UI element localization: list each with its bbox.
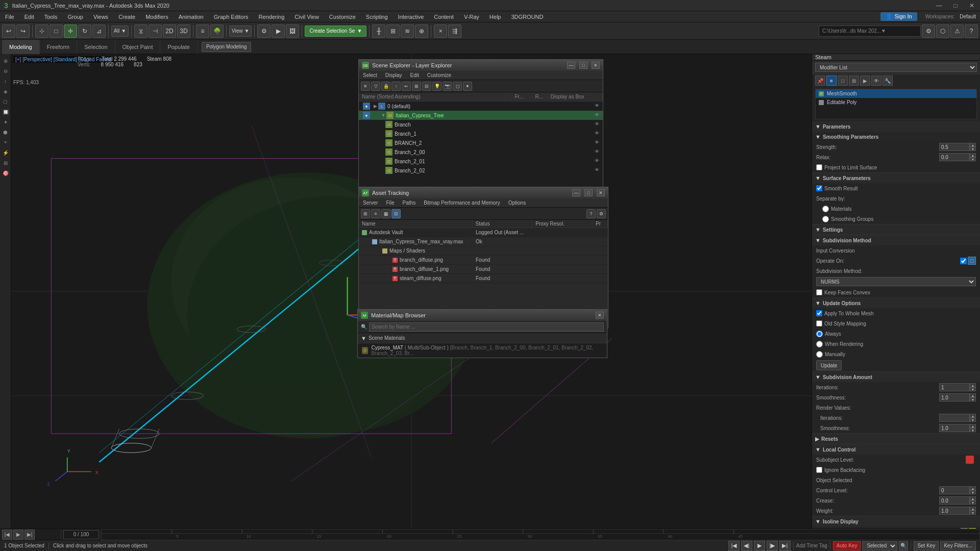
eye-icon-5[interactable]: 👁 xyxy=(595,149,601,155)
rp-smoothing-params-header[interactable]: ▼ Smoothing Parameters xyxy=(812,132,980,142)
menu-rendering[interactable]: Rendering xyxy=(254,11,290,22)
at-menu-bitmap[interactable]: Bitmap Performance and Memory xyxy=(422,200,502,206)
help-btn[interactable]: ? xyxy=(965,24,978,38)
left-icon-10[interactable]: ⚡ xyxy=(1,148,10,157)
render-msg[interactable]: ⚠ xyxy=(950,24,964,38)
menu-views[interactable]: Views xyxy=(88,11,113,22)
rp-smoothness-input[interactable] xyxy=(939,393,970,402)
scale-button[interactable]: ⊿ xyxy=(92,24,106,38)
eye-icon-1[interactable]: 👁 xyxy=(595,112,601,118)
rp-crease-input[interactable] xyxy=(939,496,970,505)
materials-radio[interactable] xyxy=(822,206,829,212)
tree-item-2-branch[interactable]: ▶ O Branch 👁 xyxy=(359,120,603,129)
keep-faces-check[interactable] xyxy=(816,289,822,295)
next-key-btn[interactable]: |▶ xyxy=(767,541,778,551)
frame-counter[interactable]: 0 / 100 xyxy=(63,530,99,539)
se-ungroup-btn[interactable]: ⊟ xyxy=(422,82,431,91)
at-settings[interactable]: ⚙ xyxy=(597,209,606,218)
crease-up[interactable]: ▲ xyxy=(970,496,976,500)
eye-icon-2[interactable]: 👁 xyxy=(595,121,601,128)
modifier-list-dropdown[interactable]: Modifier List xyxy=(815,63,977,72)
at-row-maps[interactable]: Maps / Shaders xyxy=(359,246,608,256)
weight-up[interactable]: ▲ xyxy=(970,507,976,511)
asset-tracking-titlebar[interactable]: AT Asset Tracking — □ ✕ xyxy=(359,187,608,198)
rp-icon-modifier[interactable]: ≡ xyxy=(826,76,837,86)
manually-radio[interactable] xyxy=(816,351,823,358)
update-button[interactable]: Update xyxy=(816,360,842,370)
project-limit-check[interactable] xyxy=(816,164,822,170)
at-close[interactable]: ✕ xyxy=(597,189,605,196)
at-menu-options[interactable]: Options xyxy=(506,200,528,206)
smooth-up[interactable]: ▲ xyxy=(970,393,976,397)
at-menu-paths[interactable]: Paths xyxy=(401,200,418,206)
modifier-editable-poly[interactable]: Editable Poly xyxy=(816,98,976,107)
rp-subdiv-amount-header[interactable]: ▼ Subdivision Amount xyxy=(812,372,980,382)
mat-search-input[interactable] xyxy=(369,322,604,332)
autokey-button[interactable]: Auto Key xyxy=(833,541,861,550)
select-region-button[interactable]: □ xyxy=(50,24,63,38)
at-row-tex1[interactable]: T branch_diffuse.png Found xyxy=(359,256,608,265)
at-btn-4[interactable]: ⊟ xyxy=(391,209,401,218)
smoothing-groups-radio[interactable] xyxy=(822,216,829,222)
left-icon-4[interactable]: ◈ xyxy=(1,87,10,96)
eye-icon-6[interactable]: 👁 xyxy=(595,158,601,164)
rp-relax-input[interactable] xyxy=(939,153,970,161)
se-merge-btn[interactable]: ⇐ xyxy=(402,82,411,91)
scene-explorer-titlebar[interactable]: SE Scene Explorer - Layer Explorer — □ ✕ xyxy=(359,60,603,71)
left-icon-5[interactable]: ⬡ xyxy=(1,97,10,106)
render-smooth-down[interactable]: ▼ xyxy=(970,428,976,432)
scene-explorer-maximize[interactable]: □ xyxy=(579,62,587,69)
rp-icon-motion[interactable]: ▶ xyxy=(860,76,870,86)
eye-icon-4[interactable]: 👁 xyxy=(595,140,601,146)
xview[interactable]: × xyxy=(434,24,447,38)
render-setup[interactable]: ⚙ xyxy=(257,24,271,38)
go-start-btn[interactable]: |◀ xyxy=(728,541,740,551)
at-col-status[interactable]: Status xyxy=(473,220,533,228)
menu-civil-view[interactable]: Civil View xyxy=(289,11,324,22)
rotate-button[interactable]: ↻ xyxy=(78,24,91,38)
snap-2d[interactable]: 2D xyxy=(163,24,176,38)
scene-explorer-btn[interactable]: 🌳 xyxy=(210,24,224,38)
left-icon-8[interactable]: ⬢ xyxy=(1,128,10,137)
tree-expand-0[interactable]: ▶ xyxy=(372,103,378,109)
tree-item-3-branch1[interactable]: ▶ O Branch_1 👁 xyxy=(359,129,603,138)
tree-item-0-default[interactable]: ● ▶ L 0 (default) 👁 xyxy=(359,102,603,111)
at-minimize[interactable]: — xyxy=(572,189,580,196)
se-col-display[interactable]: Display as Box xyxy=(548,94,603,99)
menu-interactive[interactable]: Interactive xyxy=(393,11,429,22)
smooth-down[interactable]: ▼ xyxy=(970,397,976,402)
move-button[interactable]: ✛ xyxy=(64,24,77,38)
menu-content[interactable]: Content xyxy=(429,11,459,22)
create-selection-button[interactable]: Create Selection Se ▼ xyxy=(305,26,366,37)
at-btn-2[interactable]: ≡ xyxy=(371,209,380,218)
se-shape-btn[interactable]: ◻ xyxy=(453,82,462,91)
rp-update-options-header[interactable]: ▼ Update Options xyxy=(812,298,980,308)
at-col-proxy[interactable]: Proxy Resol. xyxy=(532,220,593,228)
menu-modifiers[interactable]: Modifiers xyxy=(140,11,174,22)
menu-tools[interactable]: Tools xyxy=(39,11,63,22)
smooth-result-check[interactable] xyxy=(816,185,822,191)
iter-down[interactable]: ▼ xyxy=(970,387,976,391)
weight-down[interactable]: ▼ xyxy=(970,511,976,515)
nurms-dropdown[interactable]: NURMS xyxy=(816,277,976,286)
play-anim-btn[interactable]: ▶ xyxy=(754,541,765,551)
mat-browser-close[interactable]: ✕ xyxy=(596,312,604,319)
viewport[interactable]: X Y Z [+] [Perspective] [Standard] [Edge… xyxy=(11,54,812,529)
menu-help[interactable]: Help xyxy=(484,11,506,22)
selected-dropdown[interactable]: Selected xyxy=(862,541,897,550)
set-key-button[interactable]: Set Key xyxy=(914,541,939,550)
tab-selection[interactable]: Selection xyxy=(77,40,115,54)
operate-on-icon[interactable]: □ xyxy=(968,257,976,265)
relax-up[interactable]: ▲ xyxy=(970,153,976,157)
select-button[interactable]: ⊹ xyxy=(35,24,48,38)
tab-freeform[interactable]: Freeform xyxy=(40,40,78,54)
left-icon-1[interactable]: ⊕ xyxy=(1,56,10,65)
crease-down[interactable]: ▼ xyxy=(970,500,976,505)
rp-icon-pin[interactable]: 📌 xyxy=(815,76,825,86)
menu-edit[interactable]: Edit xyxy=(19,11,39,22)
always-radio[interactable] xyxy=(816,331,823,337)
se-up-btn[interactable]: ↑ xyxy=(391,82,401,91)
eye-icon-7[interactable]: 👁 xyxy=(595,167,601,173)
rp-render-iter-input[interactable] xyxy=(939,414,970,422)
scene-explorer-minimize[interactable]: — xyxy=(567,62,575,69)
